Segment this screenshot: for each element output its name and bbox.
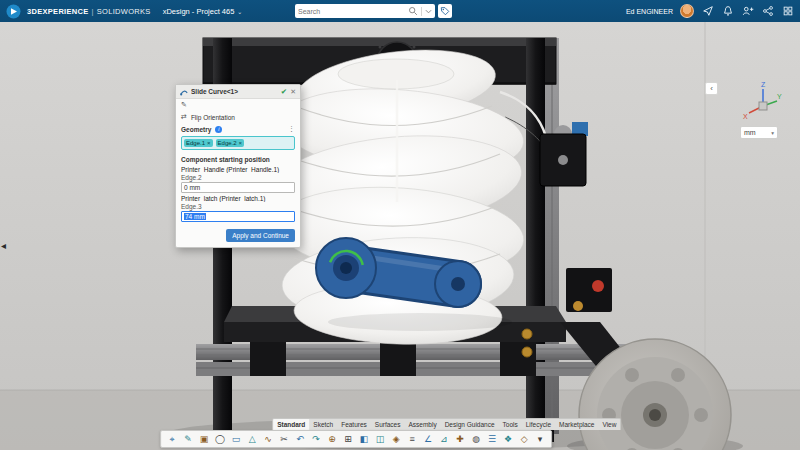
slide-curve-panel: Slide Curve<1> ✔ ✕ ✎ ⇄ Flip Orientation … <box>175 84 301 248</box>
add-feature-icon[interactable]: ✚ <box>453 432 467 446</box>
add-user-button[interactable] <box>741 5 754 18</box>
chevron-down-icon: ⌄ <box>237 8 242 15</box>
chip-label: Edge.2 <box>218 140 237 146</box>
units-dropdown[interactable]: mm ▾ <box>740 126 778 139</box>
helical-part[interactable] <box>267 40 528 348</box>
edge-chip[interactable]: Edge.1 × <box>184 139 213 147</box>
extruder[interactable] <box>566 268 612 312</box>
edge-label: Edge.3 <box>181 203 295 210</box>
user-avatar[interactable] <box>680 4 694 18</box>
display-style-icon[interactable]: ◇ <box>517 432 531 446</box>
search-area <box>295 4 452 18</box>
more-tools-icon[interactable]: ▾ <box>533 432 547 446</box>
triad-z-label: Z <box>761 81 766 88</box>
3d-scene[interactable] <box>0 22 800 450</box>
edit-icon[interactable]: ✎ <box>181 101 187 109</box>
close-icon[interactable]: ✕ <box>290 88 296 96</box>
edge-label: Edge.2 <box>181 174 295 181</box>
chip-remove-icon[interactable]: × <box>207 140 211 146</box>
rectangle-tool-icon[interactable]: ▭ <box>229 432 243 446</box>
angle-dimension-icon[interactable]: ∠ <box>421 432 435 446</box>
project-dropdown[interactable]: xDesign - Project 465 ⌄ <box>163 7 243 16</box>
panel-title: Slide Curve<1> <box>191 88 278 95</box>
tag-filter-button[interactable] <box>438 4 452 18</box>
redo-icon[interactable]: ↷ <box>309 432 323 446</box>
undo-icon[interactable]: ↶ <box>293 432 307 446</box>
brand-separator: | <box>92 7 94 16</box>
spline-tool-icon[interactable]: ∿ <box>261 432 275 446</box>
edge3-distance-input[interactable]: 74 mm <box>181 211 295 222</box>
confirm-check-icon[interactable]: ✔ <box>281 87 287 96</box>
feature-list-icon[interactable]: ≡ <box>405 432 419 446</box>
mirror-tool-icon[interactable]: ◫ <box>373 432 387 446</box>
appearance-tool-icon[interactable]: ◍ <box>469 432 483 446</box>
left-panel-toggle[interactable]: ◂ <box>1 240 6 251</box>
brand-title: 3DEXPERIENCE|SOLIDWORKS <box>27 7 151 16</box>
notifications-button[interactable] <box>721 5 734 18</box>
flip-orientation-label: Flip Orientation <box>191 114 235 121</box>
tab-marketplace[interactable]: Marketplace <box>555 419 598 430</box>
tab-design-guidance[interactable]: Design Guidance <box>441 419 499 430</box>
info-icon[interactable]: i <box>215 126 222 133</box>
tab-sketch[interactable]: Sketch <box>309 419 337 430</box>
tab-tools[interactable]: Tools <box>499 419 522 430</box>
triangle-tool-icon[interactable]: △ <box>245 432 259 446</box>
edge2-distance-input[interactable]: 0 mm <box>181 182 295 193</box>
measure-tool-icon[interactable]: ⊿ <box>437 432 451 446</box>
triad-y-label: Y <box>777 93 782 100</box>
tab-standard[interactable]: Standard <box>273 419 309 430</box>
bottom-toolbar: Standard Sketch Features Surfaces Assemb… <box>160 418 621 448</box>
bell-icon <box>722 5 734 17</box>
shaded-view-icon[interactable]: ▣ <box>197 432 211 446</box>
apps-button[interactable] <box>781 5 794 18</box>
flip-icon: ⇄ <box>181 113 187 121</box>
search-icon[interactable] <box>408 6 418 16</box>
top-bar: 3DEXPERIENCE|SOLIDWORKS xDesign - Projec… <box>0 0 800 22</box>
geometry-label: Geometry <box>181 126 211 133</box>
edge3-distance-value: 74 mm <box>184 213 206 220</box>
app-window: 3DEXPERIENCE|SOLIDWORKS xDesign - Projec… <box>0 0 800 450</box>
search-divider <box>421 7 422 16</box>
tab-assembly[interactable]: Assembly <box>404 419 440 430</box>
tab-surfaces[interactable]: Surfaces <box>371 419 405 430</box>
chip-remove-icon[interactable]: × <box>239 140 243 146</box>
3dexperience-logo-icon[interactable] <box>6 4 21 19</box>
section-view-icon[interactable]: ◧ <box>357 432 371 446</box>
flip-orientation-row[interactable]: ⇄ Flip Orientation <box>176 111 300 123</box>
part-name-label: Printer_Handle (Printer_Handle.1) <box>181 166 295 173</box>
tab-features[interactable]: Features <box>337 419 371 430</box>
triad-x-label: X <box>743 113 748 120</box>
tab-lifecycle[interactable]: Lifecycle <box>522 419 555 430</box>
send-button[interactable] <box>701 5 714 18</box>
component-tool-icon[interactable]: ❖ <box>501 432 515 446</box>
units-caret-icon: ▾ <box>771 130 774 136</box>
search-caret-icon[interactable] <box>425 8 432 15</box>
edge-chip[interactable]: Edge.2 × <box>216 139 245 147</box>
orientation-triad[interactable]: Z Y X <box>740 80 782 128</box>
panel-collapse-button[interactable]: ‹ <box>705 82 718 95</box>
material-tool-icon[interactable]: ◈ <box>389 432 403 446</box>
top-bar-right: Ed ENGINEER <box>626 0 794 22</box>
circle-tool-icon[interactable]: ◯ <box>213 432 227 446</box>
tab-view[interactable]: View <box>598 419 620 430</box>
sketch-tool-icon[interactable]: ✎ <box>181 432 195 446</box>
panel-title-bar: Slide Curve<1> ✔ ✕ <box>176 85 300 99</box>
starting-position-section: Component starting position Printer_Hand… <box>176 153 300 227</box>
apply-and-continue-button[interactable]: Apply and Continue <box>226 229 295 242</box>
search-box[interactable] <box>295 4 435 18</box>
geometry-selection-box[interactable]: Edge.1 × Edge.2 × <box>181 136 295 150</box>
pattern-tool-icon[interactable]: ⊞ <box>341 432 355 446</box>
trim-tool-icon[interactable]: ✂ <box>277 432 291 446</box>
share-button[interactable] <box>761 5 774 18</box>
menu-icon[interactable]: ☰ <box>485 432 499 446</box>
apps-grid-icon <box>782 5 794 17</box>
panel-tools-row: ✎ <box>176 99 300 111</box>
user-name: Ed ENGINEER <box>626 8 673 15</box>
project-title: xDesign - Project 465 <box>163 7 235 16</box>
kebab-menu-icon[interactable]: ⋮ <box>288 125 295 133</box>
slide-curve-icon <box>180 88 188 96</box>
global-search-input[interactable] <box>298 8 408 15</box>
viewport[interactable]: ◂ ‹ Z Y X mm ▾ Slide C <box>0 22 800 450</box>
boolean-union-icon[interactable]: ⊕ <box>325 432 339 446</box>
select-tool-icon[interactable]: ⌖ <box>165 432 179 446</box>
